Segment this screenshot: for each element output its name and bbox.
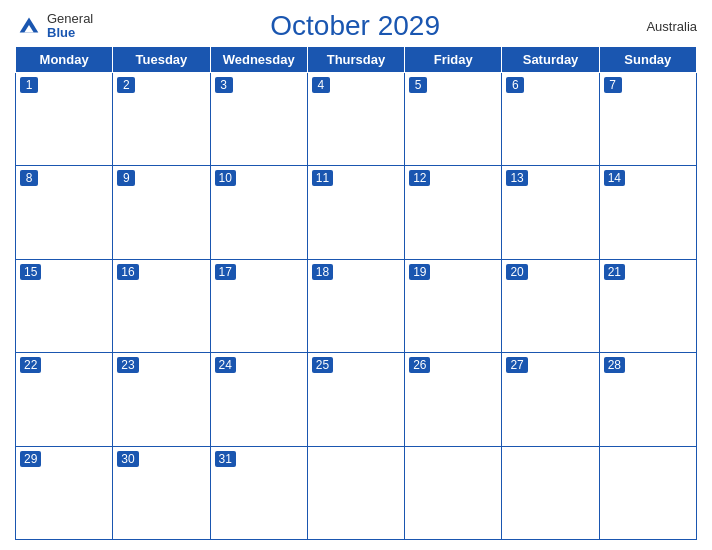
calendar-table: MondayTuesdayWednesdayThursdayFridaySatu… xyxy=(15,46,697,540)
logo-blue: Blue xyxy=(47,26,93,40)
weekday-header-wednesday: Wednesday xyxy=(210,47,307,73)
calendar-day-cell: 30 xyxy=(113,446,210,539)
day-number: 12 xyxy=(409,170,430,186)
day-number: 20 xyxy=(506,264,527,280)
day-number: 18 xyxy=(312,264,333,280)
calendar-day-cell: 17 xyxy=(210,259,307,352)
calendar-day-cell: 13 xyxy=(502,166,599,259)
day-number: 30 xyxy=(117,451,138,467)
calendar-day-cell: 29 xyxy=(16,446,113,539)
calendar-day-cell: 23 xyxy=(113,353,210,446)
day-number: 7 xyxy=(604,77,622,93)
weekday-header-row: MondayTuesdayWednesdayThursdayFridaySatu… xyxy=(16,47,697,73)
calendar-day-cell: 12 xyxy=(405,166,502,259)
generalblue-logo-icon xyxy=(15,12,43,40)
calendar-day-cell xyxy=(307,446,404,539)
day-number: 8 xyxy=(20,170,38,186)
calendar-day-cell: 22 xyxy=(16,353,113,446)
logo: General Blue xyxy=(15,12,93,41)
calendar-day-cell: 8 xyxy=(16,166,113,259)
calendar-day-cell: 24 xyxy=(210,353,307,446)
day-number: 14 xyxy=(604,170,625,186)
weekday-header-sunday: Sunday xyxy=(599,47,696,73)
calendar-day-cell: 16 xyxy=(113,259,210,352)
calendar-day-cell: 4 xyxy=(307,73,404,166)
calendar-day-cell xyxy=(405,446,502,539)
calendar-day-cell: 5 xyxy=(405,73,502,166)
day-number: 26 xyxy=(409,357,430,373)
calendar-day-cell: 1 xyxy=(16,73,113,166)
calendar-header: General Blue October 2029 Australia xyxy=(15,10,697,42)
day-number: 4 xyxy=(312,77,330,93)
country-label: Australia xyxy=(617,19,697,34)
calendar-day-cell: 27 xyxy=(502,353,599,446)
day-number: 15 xyxy=(20,264,41,280)
calendar-day-cell: 18 xyxy=(307,259,404,352)
calendar-day-cell: 31 xyxy=(210,446,307,539)
calendar-week-row: 891011121314 xyxy=(16,166,697,259)
day-number: 16 xyxy=(117,264,138,280)
month-title: October 2029 xyxy=(93,10,617,42)
calendar-day-cell: 19 xyxy=(405,259,502,352)
calendar-day-cell: 20 xyxy=(502,259,599,352)
calendar-week-row: 22232425262728 xyxy=(16,353,697,446)
calendar-day-cell: 15 xyxy=(16,259,113,352)
calendar-day-cell xyxy=(502,446,599,539)
day-number: 23 xyxy=(117,357,138,373)
day-number: 28 xyxy=(604,357,625,373)
day-number: 13 xyxy=(506,170,527,186)
day-number: 2 xyxy=(117,77,135,93)
logo-text: General Blue xyxy=(47,12,93,41)
calendar-day-cell: 11 xyxy=(307,166,404,259)
weekday-header-tuesday: Tuesday xyxy=(113,47,210,73)
day-number: 6 xyxy=(506,77,524,93)
day-number: 25 xyxy=(312,357,333,373)
day-number: 17 xyxy=(215,264,236,280)
day-number: 9 xyxy=(117,170,135,186)
weekday-header-saturday: Saturday xyxy=(502,47,599,73)
calendar-day-cell: 28 xyxy=(599,353,696,446)
day-number: 29 xyxy=(20,451,41,467)
day-number: 5 xyxy=(409,77,427,93)
day-number: 27 xyxy=(506,357,527,373)
day-number: 22 xyxy=(20,357,41,373)
day-number: 21 xyxy=(604,264,625,280)
weekday-header-friday: Friday xyxy=(405,47,502,73)
calendar-week-row: 1234567 xyxy=(16,73,697,166)
calendar-day-cell: 14 xyxy=(599,166,696,259)
calendar-day-cell: 6 xyxy=(502,73,599,166)
day-number: 10 xyxy=(215,170,236,186)
calendar-day-cell xyxy=(599,446,696,539)
day-number: 31 xyxy=(215,451,236,467)
weekday-header-monday: Monday xyxy=(16,47,113,73)
calendar-week-row: 15161718192021 xyxy=(16,259,697,352)
calendar-day-cell: 7 xyxy=(599,73,696,166)
day-number: 1 xyxy=(20,77,38,93)
day-number: 11 xyxy=(312,170,333,186)
calendar-day-cell: 9 xyxy=(113,166,210,259)
calendar-day-cell: 3 xyxy=(210,73,307,166)
calendar-day-cell: 26 xyxy=(405,353,502,446)
weekday-header-thursday: Thursday xyxy=(307,47,404,73)
calendar-week-row: 293031 xyxy=(16,446,697,539)
calendar-day-cell: 2 xyxy=(113,73,210,166)
calendar-day-cell: 25 xyxy=(307,353,404,446)
day-number: 24 xyxy=(215,357,236,373)
calendar-day-cell: 21 xyxy=(599,259,696,352)
day-number: 19 xyxy=(409,264,430,280)
logo-general: General xyxy=(47,12,93,26)
calendar-day-cell: 10 xyxy=(210,166,307,259)
day-number: 3 xyxy=(215,77,233,93)
